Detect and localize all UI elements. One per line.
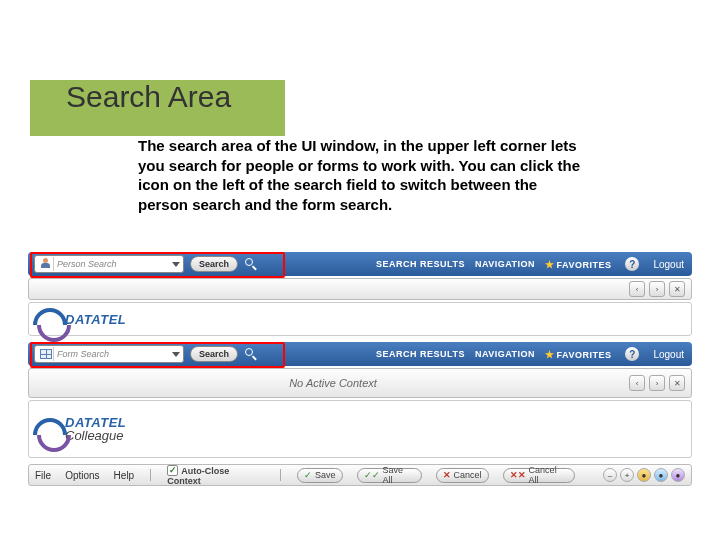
tool-icon-5[interactable]: ● [671, 468, 685, 482]
help-icon[interactable]: ? [625, 347, 639, 361]
tool-icon-4[interactable]: ● [654, 468, 668, 482]
tab-favorites[interactable]: ★FAVORITES [545, 349, 611, 360]
search-field[interactable]: Person Search [34, 255, 184, 273]
search-button[interactable]: Search [190, 346, 238, 362]
cancel-button[interactable]: ✕Cancel [436, 468, 489, 483]
search-placeholder: Person Search [57, 259, 172, 269]
person-icon[interactable] [38, 257, 54, 271]
context-close-button[interactable]: ✕ [669, 375, 685, 391]
search-button[interactable]: Search [190, 256, 238, 272]
logout-link[interactable]: Logout [653, 349, 684, 360]
auto-close-checkbox[interactable]: ✓ [167, 465, 178, 476]
menu-help[interactable]: Help [114, 470, 135, 481]
save-all-button[interactable]: ✓✓Save All [357, 468, 422, 483]
context-prev-button[interactable]: ‹ [629, 375, 645, 391]
magnifier-form-icon[interactable] [242, 345, 260, 363]
logo-text-datatel: DATATEL [65, 313, 126, 326]
save-button[interactable]: ✓Save [297, 468, 343, 483]
logo-band: DATATEL Colleague [28, 400, 692, 458]
context-next-button[interactable]: › [649, 375, 665, 391]
search-field[interactable]: Form Search [34, 345, 184, 363]
tool-icon-1[interactable]: – [603, 468, 617, 482]
top-bar: Person Search Search SEARCH RESULTS NAVI… [28, 252, 692, 276]
star-icon: ★ [545, 349, 555, 360]
magnifier-person-icon[interactable] [242, 255, 260, 273]
context-band: ‹ › ✕ [28, 278, 692, 300]
dropdown-arrow-icon[interactable] [172, 262, 180, 267]
screenshot-person-search: Person Search Search SEARCH RESULTS NAVI… [28, 252, 692, 336]
logo-band: DATATEL [28, 302, 692, 336]
menu-file[interactable]: File [35, 470, 51, 481]
description-text: The search area of the UI window, in the… [138, 136, 583, 214]
top-bar: Form Search Search SEARCH RESULTS NAVIGA… [28, 342, 692, 366]
screenshot-form-search: Form Search Search SEARCH RESULTS NAVIGA… [28, 342, 692, 458]
logo-text-colleague: Colleague [65, 429, 126, 442]
context-close-button[interactable]: ✕ [669, 281, 685, 297]
logout-link[interactable]: Logout [653, 259, 684, 270]
context-band: No Active Context ‹ › ✕ [28, 368, 692, 398]
separator [150, 469, 151, 481]
check-all-icon: ✓✓ [364, 470, 380, 480]
screenshot-region: Person Search Search SEARCH RESULTS NAVI… [28, 252, 692, 486]
tab-navigation[interactable]: NAVIGATION [475, 349, 535, 359]
page-title: Search Area [66, 80, 231, 114]
search-placeholder: Form Search [57, 349, 172, 359]
auto-close-context-label: ✓Auto-Close Context [167, 465, 264, 486]
tool-icon-2[interactable]: + [620, 468, 634, 482]
separator [280, 469, 281, 481]
datatel-logo-icon [35, 306, 63, 332]
toolbar-right-icons: – + ● ● ● [603, 468, 685, 482]
check-icon: ✓ [304, 470, 312, 480]
tab-search-results[interactable]: SEARCH RESULTS [376, 259, 465, 269]
menu-options[interactable]: Options [65, 470, 99, 481]
nav-tabs: SEARCH RESULTS NAVIGATION ★FAVORITES ? L… [376, 347, 684, 361]
dropdown-arrow-icon[interactable] [172, 352, 180, 357]
tab-favorites[interactable]: ★FAVORITES [545, 259, 611, 270]
tool-icon-3[interactable]: ● [637, 468, 651, 482]
nav-tabs: SEARCH RESULTS NAVIGATION ★FAVORITES ? L… [376, 257, 684, 271]
help-icon[interactable]: ? [625, 257, 639, 271]
star-icon: ★ [545, 259, 555, 270]
context-prev-button[interactable]: ‹ [629, 281, 645, 297]
datatel-logo-icon [35, 416, 63, 442]
tab-navigation[interactable]: NAVIGATION [475, 259, 535, 269]
tab-search-results[interactable]: SEARCH RESULTS [376, 349, 465, 359]
context-next-button[interactable]: › [649, 281, 665, 297]
x-all-icon: ✕✕ [510, 470, 526, 480]
x-icon: ✕ [443, 470, 451, 480]
no-active-context-text: No Active Context [37, 377, 629, 389]
form-icon[interactable] [38, 347, 54, 361]
cancel-all-button[interactable]: ✕✕Cancel All [503, 468, 575, 483]
menu-bar: File Options Help ✓Auto-Close Context ✓S… [28, 464, 692, 486]
